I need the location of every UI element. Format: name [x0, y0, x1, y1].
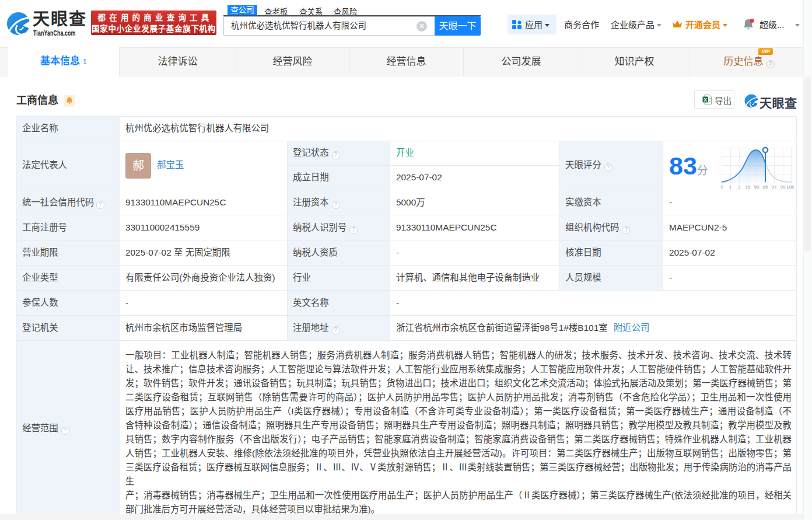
- svg-text:3: 3: [738, 184, 741, 190]
- svg-text:15: 15: [746, 184, 751, 190]
- svg-text:X: X: [704, 97, 707, 103]
- svg-text:1: 1: [729, 184, 732, 190]
- svg-text:0: 0: [721, 184, 724, 190]
- svg-text:85: 85: [763, 184, 768, 190]
- svg-text:100: 100: [786, 184, 794, 190]
- svg-text:50: 50: [754, 184, 760, 190]
- svg-text:97: 97: [772, 184, 777, 190]
- svg-text:99: 99: [780, 184, 786, 190]
